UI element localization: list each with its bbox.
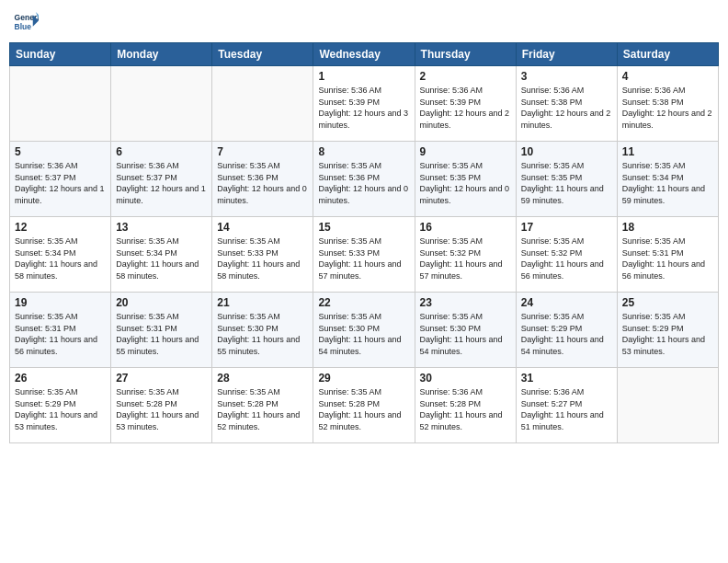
calendar-cell: 1Sunrise: 5:36 AM Sunset: 5:39 PM Daylig… (313, 66, 415, 142)
calendar-week-row: 1Sunrise: 5:36 AM Sunset: 5:39 PM Daylig… (10, 66, 719, 142)
day-info: Sunrise: 5:35 AM Sunset: 5:28 PM Dayligh… (217, 386, 308, 432)
day-info: Sunrise: 5:35 AM Sunset: 5:29 PM Dayligh… (622, 311, 713, 357)
calendar-cell: 31Sunrise: 5:36 AM Sunset: 5:27 PM Dayli… (516, 368, 617, 443)
day-number: 21 (217, 296, 308, 309)
calendar-cell: 6Sunrise: 5:36 AM Sunset: 5:37 PM Daylig… (111, 142, 212, 217)
day-info: Sunrise: 5:35 AM Sunset: 5:29 PM Dayligh… (15, 386, 106, 432)
column-header-thursday: Thursday (415, 43, 516, 66)
calendar-week-row: 26Sunrise: 5:35 AM Sunset: 5:29 PM Dayli… (10, 368, 719, 443)
calendar-cell (111, 66, 212, 142)
day-info: Sunrise: 5:35 AM Sunset: 5:31 PM Dayligh… (15, 311, 106, 357)
calendar-cell: 16Sunrise: 5:35 AM Sunset: 5:32 PM Dayli… (415, 217, 516, 293)
calendar-cell: 18Sunrise: 5:35 AM Sunset: 5:31 PM Dayli… (617, 217, 718, 293)
calendar-cell: 20Sunrise: 5:35 AM Sunset: 5:31 PM Dayli… (111, 293, 212, 368)
day-number: 11 (622, 145, 713, 158)
day-number: 7 (217, 145, 308, 158)
day-number: 2 (420, 70, 511, 83)
calendar-cell: 9Sunrise: 5:35 AM Sunset: 5:35 PM Daylig… (415, 142, 516, 217)
day-info: Sunrise: 5:35 AM Sunset: 5:31 PM Dayligh… (622, 236, 713, 282)
day-number: 16 (420, 221, 511, 234)
day-number: 30 (420, 372, 511, 385)
calendar-cell: 24Sunrise: 5:35 AM Sunset: 5:29 PM Dayli… (516, 293, 617, 368)
calendar-week-row: 12Sunrise: 5:35 AM Sunset: 5:34 PM Dayli… (10, 217, 719, 293)
column-header-tuesday: Tuesday (212, 43, 313, 66)
day-info: Sunrise: 5:35 AM Sunset: 5:36 PM Dayligh… (318, 160, 409, 206)
column-header-sunday: Sunday (10, 43, 111, 66)
day-info: Sunrise: 5:35 AM Sunset: 5:34 PM Dayligh… (622, 160, 713, 206)
day-number: 9 (420, 145, 511, 158)
day-number: 27 (116, 372, 207, 385)
day-number: 1 (318, 70, 409, 83)
day-number: 19 (15, 296, 106, 309)
calendar-week-row: 5Sunrise: 5:36 AM Sunset: 5:37 PM Daylig… (10, 142, 719, 217)
calendar-cell: 28Sunrise: 5:35 AM Sunset: 5:28 PM Dayli… (212, 368, 313, 443)
logo: General Blue (13, 9, 42, 35)
day-info: Sunrise: 5:36 AM Sunset: 5:27 PM Dayligh… (521, 386, 612, 432)
calendar-cell: 8Sunrise: 5:35 AM Sunset: 5:36 PM Daylig… (313, 142, 415, 217)
day-info: Sunrise: 5:35 AM Sunset: 5:32 PM Dayligh… (521, 236, 612, 282)
day-info: Sunrise: 5:35 AM Sunset: 5:29 PM Dayligh… (521, 311, 612, 357)
day-info: Sunrise: 5:35 AM Sunset: 5:30 PM Dayligh… (318, 311, 409, 357)
calendar-cell: 27Sunrise: 5:35 AM Sunset: 5:28 PM Dayli… (111, 368, 212, 443)
calendar-cell: 12Sunrise: 5:35 AM Sunset: 5:34 PM Dayli… (10, 217, 111, 293)
day-number: 6 (116, 145, 207, 158)
calendar-cell: 30Sunrise: 5:36 AM Sunset: 5:28 PM Dayli… (415, 368, 516, 443)
calendar-cell (212, 66, 313, 142)
svg-text:Blue: Blue (15, 22, 32, 31)
day-info: Sunrise: 5:35 AM Sunset: 5:35 PM Dayligh… (420, 160, 511, 206)
calendar-cell: 14Sunrise: 5:35 AM Sunset: 5:33 PM Dayli… (212, 217, 313, 293)
day-info: Sunrise: 5:35 AM Sunset: 5:31 PM Dayligh… (116, 311, 207, 357)
day-info: Sunrise: 5:36 AM Sunset: 5:37 PM Dayligh… (15, 160, 106, 206)
page-header: General Blue (9, 9, 719, 35)
day-number: 28 (217, 372, 308, 385)
day-info: Sunrise: 5:35 AM Sunset: 5:34 PM Dayligh… (116, 236, 207, 282)
day-number: 18 (622, 221, 713, 234)
day-number: 29 (318, 372, 409, 385)
calendar-cell: 10Sunrise: 5:35 AM Sunset: 5:35 PM Dayli… (516, 142, 617, 217)
day-number: 14 (217, 221, 308, 234)
day-number: 23 (420, 296, 511, 309)
day-number: 8 (318, 145, 409, 158)
day-info: Sunrise: 5:35 AM Sunset: 5:30 PM Dayligh… (420, 311, 511, 357)
calendar-header-row: SundayMondayTuesdayWednesdayThursdayFrid… (10, 43, 719, 66)
day-number: 24 (521, 296, 612, 309)
day-number: 17 (521, 221, 612, 234)
day-info: Sunrise: 5:35 AM Sunset: 5:30 PM Dayligh… (217, 311, 308, 357)
day-number: 13 (116, 221, 207, 234)
calendar-cell: 21Sunrise: 5:35 AM Sunset: 5:30 PM Dayli… (212, 293, 313, 368)
calendar-cell: 2Sunrise: 5:36 AM Sunset: 5:39 PM Daylig… (415, 66, 516, 142)
day-info: Sunrise: 5:35 AM Sunset: 5:33 PM Dayligh… (217, 236, 308, 282)
day-info: Sunrise: 5:36 AM Sunset: 5:38 PM Dayligh… (622, 85, 713, 131)
calendar-cell: 7Sunrise: 5:35 AM Sunset: 5:36 PM Daylig… (212, 142, 313, 217)
day-info: Sunrise: 5:36 AM Sunset: 5:38 PM Dayligh… (521, 85, 612, 131)
calendar-cell: 3Sunrise: 5:36 AM Sunset: 5:38 PM Daylig… (516, 66, 617, 142)
calendar-cell: 26Sunrise: 5:35 AM Sunset: 5:29 PM Dayli… (10, 368, 111, 443)
calendar-cell: 22Sunrise: 5:35 AM Sunset: 5:30 PM Dayli… (313, 293, 415, 368)
calendar-cell: 13Sunrise: 5:35 AM Sunset: 5:34 PM Dayli… (111, 217, 212, 293)
calendar-cell: 15Sunrise: 5:35 AM Sunset: 5:33 PM Dayli… (313, 217, 415, 293)
day-number: 25 (622, 296, 713, 309)
day-number: 5 (15, 145, 106, 158)
calendar-cell (10, 66, 111, 142)
calendar-cell: 5Sunrise: 5:36 AM Sunset: 5:37 PM Daylig… (10, 142, 111, 217)
day-info: Sunrise: 5:35 AM Sunset: 5:36 PM Dayligh… (217, 160, 308, 206)
day-number: 22 (318, 296, 409, 309)
day-info: Sunrise: 5:35 AM Sunset: 5:28 PM Dayligh… (116, 386, 207, 432)
calendar-cell: 17Sunrise: 5:35 AM Sunset: 5:32 PM Dayli… (516, 217, 617, 293)
day-number: 15 (318, 221, 409, 234)
column-header-saturday: Saturday (617, 43, 718, 66)
day-number: 4 (622, 70, 713, 83)
day-info: Sunrise: 5:35 AM Sunset: 5:33 PM Dayligh… (318, 236, 409, 282)
day-info: Sunrise: 5:35 AM Sunset: 5:32 PM Dayligh… (420, 236, 511, 282)
calendar-cell: 11Sunrise: 5:35 AM Sunset: 5:34 PM Dayli… (617, 142, 718, 217)
column-header-friday: Friday (516, 43, 617, 66)
calendar-week-row: 19Sunrise: 5:35 AM Sunset: 5:31 PM Dayli… (10, 293, 719, 368)
calendar-cell: 4Sunrise: 5:36 AM Sunset: 5:38 PM Daylig… (617, 66, 718, 142)
calendar-cell: 23Sunrise: 5:35 AM Sunset: 5:30 PM Dayli… (415, 293, 516, 368)
day-number: 12 (15, 221, 106, 234)
calendar-cell: 25Sunrise: 5:35 AM Sunset: 5:29 PM Dayli… (617, 293, 718, 368)
column-header-wednesday: Wednesday (313, 43, 415, 66)
calendar-cell: 19Sunrise: 5:35 AM Sunset: 5:31 PM Dayli… (10, 293, 111, 368)
day-info: Sunrise: 5:36 AM Sunset: 5:39 PM Dayligh… (420, 85, 511, 131)
day-info: Sunrise: 5:36 AM Sunset: 5:39 PM Dayligh… (318, 85, 409, 131)
